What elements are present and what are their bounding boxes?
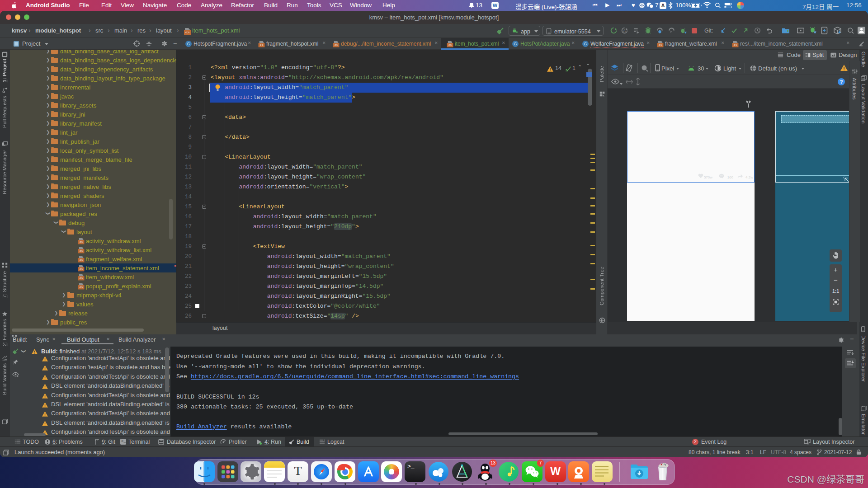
svg-text:A: A <box>623 28 626 33</box>
